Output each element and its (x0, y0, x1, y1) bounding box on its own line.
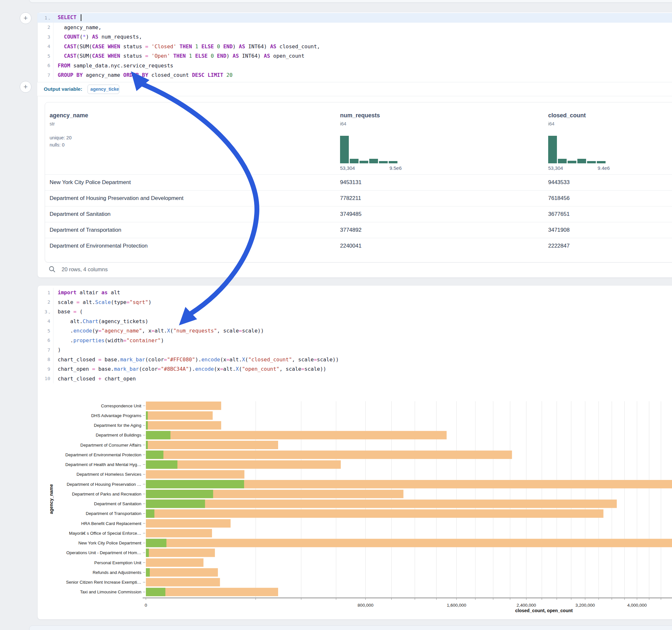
code-line[interactable]: 1⌄SELECT (37, 13, 672, 23)
add-cell-button[interactable]: + (20, 12, 31, 24)
column-stat: unique: 20 (50, 134, 72, 141)
search-icon[interactable] (49, 266, 56, 273)
code-line[interactable]: 4 CAST(SUM(CASE WHEN status = 'Closed' T… (37, 42, 672, 51)
code-line[interactable]: 5 .encode(y="agency_name", x=alt.X("num_… (37, 326, 672, 336)
code-token: num_requests, (98, 34, 142, 40)
output-variable-pill[interactable]: agency_tickets (88, 84, 119, 94)
code-line[interactable]: 3⌄base = ( (37, 307, 672, 317)
column-histogram (340, 135, 398, 163)
histogram-min-label: 53,304 (548, 165, 563, 171)
table-cell: 7782211 (340, 195, 361, 201)
code-line[interactable]: 7GROUP BY agency_name ORDER BY closed_co… (37, 70, 672, 80)
column-stat: nulls: 0 (50, 141, 72, 148)
code-text: CAST(SUM(CASE WHEN status = 'Closed' THE… (53, 43, 320, 50)
table-row[interactable]: Department of Environmental Protection22… (45, 238, 672, 254)
code-token: THEN (179, 43, 192, 50)
y-axis-label: Department for the Aging (94, 423, 141, 428)
code-line[interactable]: 3 COUNT(*) AS num_requests, (37, 32, 672, 42)
output-variable-row: Output variable: agency_tickets (37, 82, 672, 96)
code-token: (x (220, 357, 226, 363)
code-token (214, 53, 217, 59)
code-line[interactable]: 1import altair as alt (37, 288, 672, 297)
bar-open (146, 461, 177, 469)
column-name[interactable]: num_requests (340, 112, 380, 119)
code-token: (x (214, 366, 220, 372)
table-row[interactable]: Department of Housing Preservation and D… (45, 190, 672, 207)
code-token: SELECT (58, 14, 76, 20)
y-axis-label: Personal Exemption Unit (94, 560, 141, 565)
code-line[interactable]: 2 agency_name, (37, 23, 672, 32)
code-token: ( (239, 366, 242, 372)
code-token: ( (245, 357, 248, 363)
y-axis-label: New York City Police Department (78, 540, 142, 546)
fold-chevron-icon[interactable]: ⌄ (48, 17, 50, 20)
y-axis-label: Department of Consumer Affairs (80, 443, 142, 447)
code-token: , scale (292, 357, 314, 363)
bar-open (146, 500, 205, 508)
table-row[interactable]: New York City Police Department945313194… (45, 174, 672, 191)
code-line[interactable]: 6FROM sample_data.nyc.service_requests (37, 61, 672, 71)
add-cell-button-2[interactable]: + (20, 81, 31, 93)
fold-chevron-icon[interactable]: ⌄ (48, 311, 50, 314)
code-token: + (98, 375, 101, 382)
bar-open (146, 480, 244, 488)
code-token: = (76, 299, 80, 305)
y-axis-label: Mayorâ€ s Office of Special Enforce… (69, 531, 141, 536)
table-row[interactable]: Department of Transportation377489234719… (45, 222, 672, 238)
bar-open (146, 568, 150, 577)
code-token (176, 43, 179, 50)
code-token: FROM (58, 63, 70, 69)
line-number: 7 (37, 70, 53, 80)
altair-bar-chart: Correspondence UnitDHS Advantage Program… (0, 388, 672, 620)
code-token: chart_closed (58, 375, 98, 382)
code-token (76, 14, 80, 20)
code-token: DESC (192, 72, 205, 78)
code-token (208, 53, 211, 59)
code-line[interactable]: 5 CAST(SUM(CASE WHEN status = 'Open' THE… (37, 51, 672, 61)
line-number: 9 (37, 364, 53, 374)
line-number: 5 (37, 326, 53, 336)
code-token: ( (76, 309, 83, 315)
code-token: , scale (217, 328, 239, 334)
code-token: END (223, 43, 233, 50)
code-token: LIMIT (208, 72, 223, 78)
bar-open (146, 411, 148, 420)
bar-closed (146, 441, 278, 449)
code-token: mark_bar (120, 357, 145, 363)
code-text: base = ( (53, 309, 83, 315)
code-line[interactable]: 4 alt.Chart(agency_tickets) (37, 317, 672, 326)
code-line[interactable]: 9chart_open = base.mark_bar(color="#8BC3… (37, 364, 672, 374)
code-line[interactable]: 6 .properties(width="container") (37, 336, 672, 345)
table-row[interactable]: Department of Sanitation37494853677651 (45, 206, 672, 222)
code-token: "sqrt" (130, 299, 148, 305)
histogram-bar (350, 159, 359, 163)
code-token: "agency_name" (101, 328, 142, 334)
line-number: 5 (37, 51, 53, 61)
y-axis-label: Department of Homeless Services (76, 472, 141, 477)
code-token (148, 53, 151, 59)
code-token: base. (95, 366, 114, 372)
sql-code-editor[interactable]: 1⌄SELECT 2 agency_name,3 COUNT(*) AS num… (37, 13, 672, 80)
code-token: closed_count, (276, 43, 320, 50)
code-token: THEN (173, 53, 186, 59)
code-token: status (120, 53, 145, 59)
code-token: WHEN (107, 43, 120, 50)
code-token: = (98, 328, 101, 334)
python-code-editor[interactable]: 1import altair as alt2scale = alt.Scale(… (37, 288, 672, 383)
table-cell: Department of Housing Preservation and D… (50, 195, 184, 201)
code-token: CASE (92, 43, 105, 50)
code-token: ) (233, 43, 239, 50)
code-token: 0 (211, 53, 214, 59)
code-line[interactable]: 7) (37, 345, 672, 355)
bar-open (146, 509, 154, 518)
column-name[interactable]: closed_count (548, 112, 586, 119)
code-token: ) (86, 34, 92, 40)
histogram-range-labels: 53,3049.5e6 (340, 165, 402, 171)
code-line[interactable]: 10chart_closed + chart_open (37, 374, 672, 384)
column-name[interactable]: agency_name (50, 112, 88, 119)
code-text: ) (53, 347, 61, 353)
code-line[interactable]: 8chart_closed = base.mark_bar(color="#FF… (37, 355, 672, 365)
code-line[interactable]: 2scale = alt.Scale(type="sqrt") (37, 297, 672, 307)
table-cell: 3677651 (548, 211, 570, 217)
table-cell: Department of Sanitation (50, 211, 111, 217)
